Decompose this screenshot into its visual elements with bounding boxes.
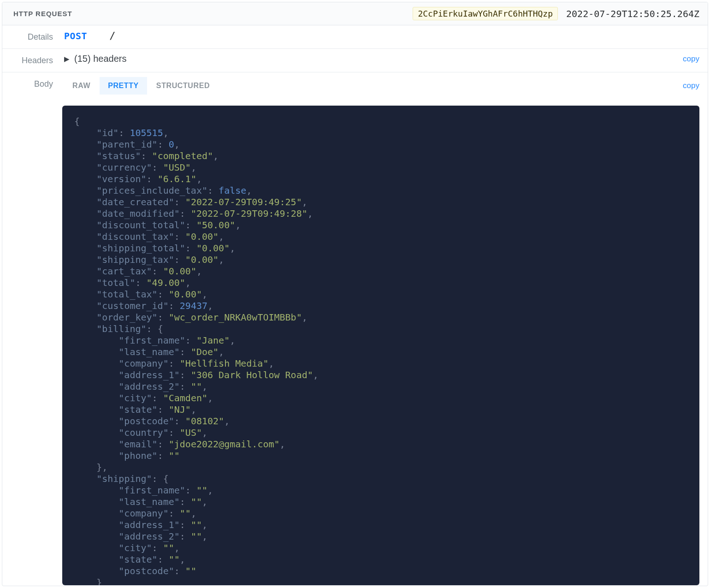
- panel-rows: Details POST / Headers ▶ (15) headers co…: [2, 25, 708, 99]
- request-id-chip[interactable]: 2CcPiErkuIawYGhAFrC6hHTHQzp: [413, 7, 558, 20]
- http-request-panel: HTTP REQUEST 2CcPiErkuIawYGhAFrC6hHTHQzp…: [2, 2, 708, 586]
- panel-title: HTTP REQUEST: [13, 10, 72, 18]
- headers-row-label: Headers: [2, 49, 58, 72]
- http-path: /: [109, 30, 115, 42]
- body-json-viewer[interactable]: { "id": 105515, "parent_id": 0, "status"…: [62, 106, 699, 585]
- headers-summary[interactable]: (15) headers: [74, 53, 126, 64]
- details-row: Details POST /: [2, 25, 708, 49]
- body-row-label: Body: [2, 72, 58, 95]
- tab-raw[interactable]: RAW: [64, 77, 99, 95]
- headers-row-content: ▶ (15) headers copy: [58, 49, 708, 69]
- details-row-label: Details: [2, 25, 58, 48]
- disclosure-triangle-icon[interactable]: ▶: [64, 55, 70, 63]
- request-timestamp: 2022-07-29T12:50:25.264Z: [566, 8, 699, 19]
- panel-title-meta: 2CcPiErkuIawYGhAFrC6hHTHQzp 2022-07-29T1…: [413, 7, 699, 20]
- headers-count: (15): [74, 53, 91, 64]
- details-row-content: POST /: [58, 25, 708, 46]
- body-row: Body RAW PRETTY STRUCTURED copy: [2, 72, 708, 99]
- body-format-tabs: RAW PRETTY STRUCTURED: [64, 77, 218, 95]
- headers-word: headers: [93, 53, 126, 64]
- panel-titlebar: HTTP REQUEST 2CcPiErkuIawYGhAFrC6hHTHQzp…: [2, 2, 708, 25]
- tab-pretty[interactable]: PRETTY: [100, 77, 147, 95]
- headers-row: Headers ▶ (15) headers copy: [2, 49, 708, 72]
- tab-structured[interactable]: STRUCTURED: [148, 77, 218, 95]
- http-method: POST: [64, 30, 87, 42]
- copy-body-link[interactable]: copy: [683, 81, 699, 90]
- body-row-content: RAW PRETTY STRUCTURED copy: [58, 72, 708, 99]
- copy-headers-link[interactable]: copy: [683, 54, 699, 64]
